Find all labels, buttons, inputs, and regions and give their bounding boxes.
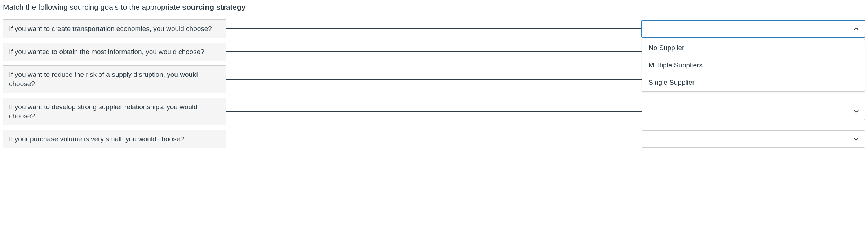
dropdown-container	[642, 130, 865, 148]
match-row: If your purchase volume is very small, y…	[3, 130, 865, 148]
connector-line	[226, 111, 642, 112]
connector-line	[226, 28, 642, 29]
connector-line	[226, 139, 642, 139]
dropdown-option[interactable]: No Supplier	[642, 39, 865, 57]
instruction-text: Match the following sourcing goals to th…	[3, 3, 865, 12]
answer-dropdown[interactable]	[642, 103, 865, 120]
chevron-down-icon	[853, 108, 859, 114]
match-row: If you want to create transportation eco…	[3, 19, 865, 38]
dropdown-option[interactable]: Single Supplier	[642, 74, 865, 91]
chevron-up-icon	[853, 26, 859, 32]
dropdown-container	[642, 103, 865, 120]
question-box: If your purchase volume is very small, y…	[3, 130, 226, 148]
match-row: If you want to develop strong supplier r…	[3, 98, 865, 125]
dropdown-option[interactable]: Multiple Suppliers	[642, 57, 865, 74]
question-box: If you want to create transportation eco…	[3, 19, 226, 38]
matching-container: If you want to create transportation eco…	[3, 19, 865, 148]
dropdown-container: No Supplier Multiple Suppliers Single Su…	[642, 20, 865, 37]
question-box: If you want to develop strong supplier r…	[3, 98, 226, 125]
connector-line	[226, 79, 642, 80]
question-box: If you wanted to obtain the most informa…	[3, 43, 226, 61]
dropdown-menu: No Supplier Multiple Suppliers Single Su…	[642, 39, 865, 92]
instruction-prefix: Match the following sourcing goals to th…	[3, 3, 182, 11]
instruction-bold: sourcing strategy	[182, 3, 245, 11]
answer-dropdown[interactable]	[642, 130, 865, 148]
answer-dropdown[interactable]	[642, 20, 865, 37]
chevron-down-icon	[853, 136, 859, 142]
question-box: If you want to reduce the risk of a supp…	[3, 65, 226, 93]
connector-line	[226, 51, 642, 52]
